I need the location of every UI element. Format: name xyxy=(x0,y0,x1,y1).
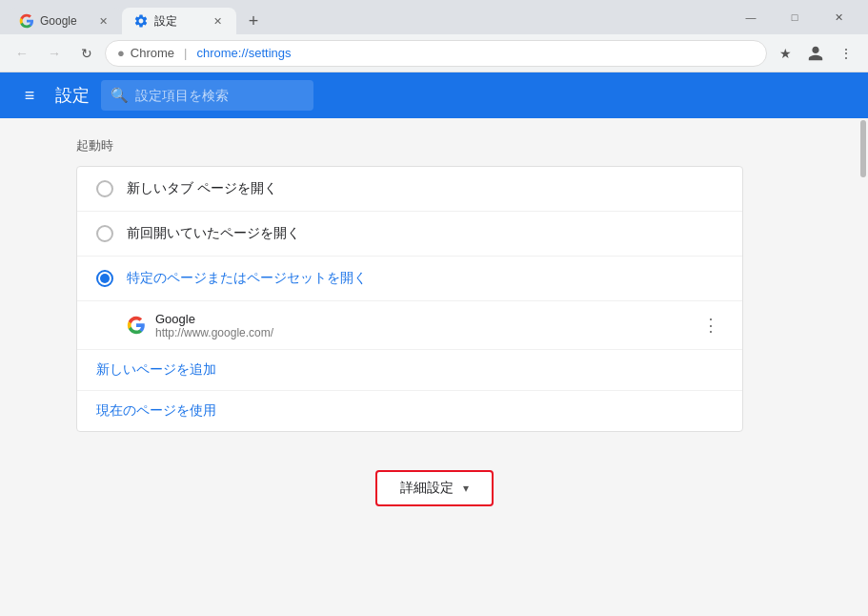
radio-previous-page[interactable]: 前回開いていたページを開く xyxy=(77,212,742,257)
use-current-page-link[interactable]: 現在のページを使用 xyxy=(77,391,742,431)
google-logo-icon xyxy=(127,316,146,335)
chrome-menu-button[interactable]: ⋮ xyxy=(832,39,860,68)
radio-new-tab-button[interactable] xyxy=(96,180,113,197)
google-entry-row: Google http://www.google.com/ ⋮ xyxy=(77,301,742,350)
titlebar: Google ✕ 設定 ✕ + — □ ✕ xyxy=(0,0,868,34)
settings-header: ≡ 設定 🔍 xyxy=(0,72,868,118)
startup-section: 起動時 新しいタブ ページを開く 前回開いていたページを開く 特定のページまたは… xyxy=(0,137,819,451)
toolbar-right: ★ ⋮ xyxy=(771,39,860,68)
google-entry-menu-button[interactable]: ⋮ xyxy=(698,311,723,339)
google-favicon-icon xyxy=(19,13,34,29)
chevron-down-icon: ▾ xyxy=(463,482,469,495)
tab-google-label: Google xyxy=(40,14,90,28)
scrollbar[interactable] xyxy=(858,118,868,616)
radio-previous-page-button[interactable] xyxy=(96,225,113,242)
tab-settings-close[interactable]: ✕ xyxy=(210,13,225,29)
tab-google-close[interactable]: ✕ xyxy=(95,13,111,29)
advanced-settings-label: 詳細設定 xyxy=(400,480,454,497)
radio-previous-page-label: 前回開いていたページを開く xyxy=(127,225,300,242)
tab-settings-label: 設定 xyxy=(154,13,204,30)
forward-button[interactable]: → xyxy=(40,39,69,68)
startup-card: 新しいタブ ページを開く 前回開いていたページを開く 特定のページまたはページセ… xyxy=(76,166,743,432)
new-tab-button[interactable]: + xyxy=(240,8,267,34)
settings-page-title: 設定 xyxy=(55,84,90,107)
back-button[interactable]: ← xyxy=(8,39,36,68)
window-controls: — □ ✕ xyxy=(729,2,860,32)
address-url-text: chrome://settings xyxy=(197,46,292,60)
address-chrome-text: Chrome xyxy=(131,46,174,60)
radio-new-tab-label: 新しいタブ ページを開く xyxy=(127,180,277,197)
scrollbar-thumb[interactable] xyxy=(860,120,866,177)
sidebar-toggle-button[interactable]: ≡ xyxy=(15,81,44,110)
google-site-name: Google xyxy=(155,312,689,326)
settings-gear-icon xyxy=(133,13,149,29)
toolbar: ← → ↻ ● Chrome | chrome://settings ★ ⋮ xyxy=(0,34,868,72)
tabs-area: Google ✕ 設定 ✕ + xyxy=(8,0,721,34)
main-content: 起動時 新しいタブ ページを開く 前回開いていたページを開く 特定のページまたは… xyxy=(0,118,868,616)
tab-google[interactable]: Google ✕ xyxy=(8,8,122,34)
search-input[interactable] xyxy=(101,80,313,111)
maximize-button[interactable]: □ xyxy=(773,2,817,32)
site-info-icon: ● xyxy=(117,46,125,60)
tab-settings[interactable]: 設定 ✕ xyxy=(122,8,236,34)
advanced-settings-button[interactable]: 詳細設定 ▾ xyxy=(375,470,494,506)
add-new-page-link[interactable]: 新しいページを追加 xyxy=(77,350,742,391)
radio-specific-pages[interactable]: 特定のページまたはページセットを開く xyxy=(77,257,742,301)
radio-new-tab[interactable]: 新しいタブ ページを開く xyxy=(77,167,742,212)
account-button[interactable] xyxy=(801,39,830,68)
google-site-info: Google http://www.google.com/ xyxy=(155,312,689,339)
close-button[interactable]: ✕ xyxy=(817,2,860,32)
minimize-button[interactable]: — xyxy=(729,2,773,32)
bookmark-button[interactable]: ★ xyxy=(771,39,799,68)
advanced-area: 詳細設定 ▾ xyxy=(0,451,868,525)
radio-checked-indicator xyxy=(100,274,110,283)
radio-specific-pages-label: 特定のページまたはページセットを開く xyxy=(127,270,367,287)
search-wrapper: 🔍 xyxy=(101,80,673,111)
address-separator: | xyxy=(184,46,187,60)
section-title: 起動時 xyxy=(76,137,743,154)
address-bar[interactable]: ● Chrome | chrome://settings xyxy=(105,40,767,67)
radio-specific-pages-button[interactable] xyxy=(96,270,113,287)
refresh-button[interactable]: ↻ xyxy=(72,39,101,68)
google-site-url: http://www.google.com/ xyxy=(155,326,689,339)
